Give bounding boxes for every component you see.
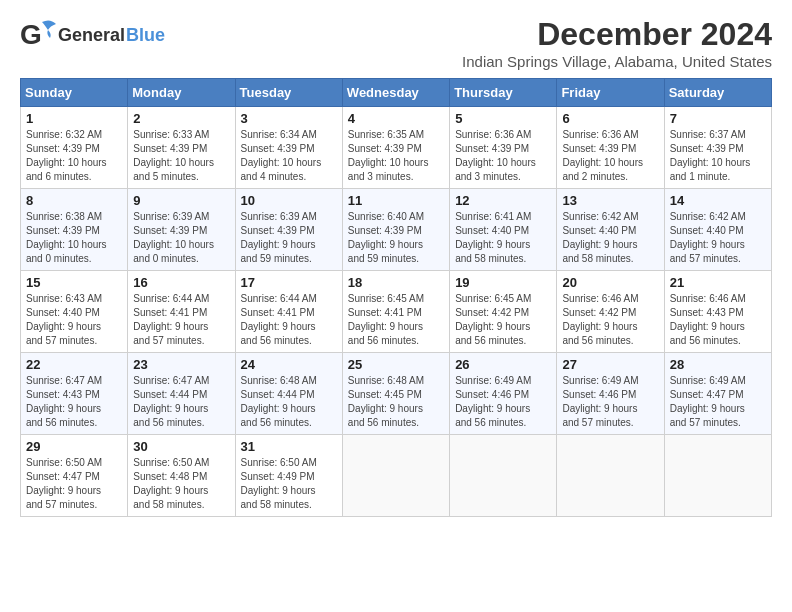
day-info: Sunrise: 6:42 AM Sunset: 4:40 PM Dayligh… <box>670 210 766 266</box>
day-number: 14 <box>670 193 766 208</box>
day-number: 9 <box>133 193 229 208</box>
day-number: 19 <box>455 275 551 290</box>
day-info: Sunrise: 6:49 AM Sunset: 4:47 PM Dayligh… <box>670 374 766 430</box>
calendar-cell <box>450 435 557 517</box>
calendar-cell: 16Sunrise: 6:44 AM Sunset: 4:41 PM Dayli… <box>128 271 235 353</box>
logo-text-blue: Blue <box>126 25 165 46</box>
day-number: 13 <box>562 193 658 208</box>
day-info: Sunrise: 6:43 AM Sunset: 4:40 PM Dayligh… <box>26 292 122 348</box>
day-info: Sunrise: 6:45 AM Sunset: 4:41 PM Dayligh… <box>348 292 444 348</box>
day-number: 3 <box>241 111 337 126</box>
day-number: 31 <box>241 439 337 454</box>
day-number: 21 <box>670 275 766 290</box>
day-number: 11 <box>348 193 444 208</box>
calendar-cell: 30Sunrise: 6:50 AM Sunset: 4:48 PM Dayli… <box>128 435 235 517</box>
day-info: Sunrise: 6:39 AM Sunset: 4:39 PM Dayligh… <box>241 210 337 266</box>
day-info: Sunrise: 6:39 AM Sunset: 4:39 PM Dayligh… <box>133 210 229 266</box>
day-number: 15 <box>26 275 122 290</box>
calendar-cell: 26Sunrise: 6:49 AM Sunset: 4:46 PM Dayli… <box>450 353 557 435</box>
week-row-5: 29Sunrise: 6:50 AM Sunset: 4:47 PM Dayli… <box>21 435 772 517</box>
page-title: December 2024 <box>462 16 772 53</box>
column-header-monday: Monday <box>128 79 235 107</box>
calendar-cell: 3Sunrise: 6:34 AM Sunset: 4:39 PM Daylig… <box>235 107 342 189</box>
calendar-cell <box>557 435 664 517</box>
week-row-4: 22Sunrise: 6:47 AM Sunset: 4:43 PM Dayli… <box>21 353 772 435</box>
calendar-cell: 13Sunrise: 6:42 AM Sunset: 4:40 PM Dayli… <box>557 189 664 271</box>
calendar-cell: 18Sunrise: 6:45 AM Sunset: 4:41 PM Dayli… <box>342 271 449 353</box>
calendar-cell: 11Sunrise: 6:40 AM Sunset: 4:39 PM Dayli… <box>342 189 449 271</box>
day-info: Sunrise: 6:47 AM Sunset: 4:44 PM Dayligh… <box>133 374 229 430</box>
calendar-table: SundayMondayTuesdayWednesdayThursdayFrid… <box>20 78 772 517</box>
calendar-cell: 7Sunrise: 6:37 AM Sunset: 4:39 PM Daylig… <box>664 107 771 189</box>
day-info: Sunrise: 6:50 AM Sunset: 4:47 PM Dayligh… <box>26 456 122 512</box>
day-info: Sunrise: 6:49 AM Sunset: 4:46 PM Dayligh… <box>562 374 658 430</box>
day-number: 1 <box>26 111 122 126</box>
day-info: Sunrise: 6:35 AM Sunset: 4:39 PM Dayligh… <box>348 128 444 184</box>
calendar-cell: 25Sunrise: 6:48 AM Sunset: 4:45 PM Dayli… <box>342 353 449 435</box>
day-info: Sunrise: 6:38 AM Sunset: 4:39 PM Dayligh… <box>26 210 122 266</box>
day-number: 28 <box>670 357 766 372</box>
calendar-cell: 15Sunrise: 6:43 AM Sunset: 4:40 PM Dayli… <box>21 271 128 353</box>
day-info: Sunrise: 6:33 AM Sunset: 4:39 PM Dayligh… <box>133 128 229 184</box>
column-header-thursday: Thursday <box>450 79 557 107</box>
week-row-2: 8Sunrise: 6:38 AM Sunset: 4:39 PM Daylig… <box>21 189 772 271</box>
day-number: 27 <box>562 357 658 372</box>
day-info: Sunrise: 6:47 AM Sunset: 4:43 PM Dayligh… <box>26 374 122 430</box>
day-number: 5 <box>455 111 551 126</box>
day-number: 30 <box>133 439 229 454</box>
day-info: Sunrise: 6:44 AM Sunset: 4:41 PM Dayligh… <box>133 292 229 348</box>
header: G General Blue December 2024 Indian Spri… <box>20 16 772 70</box>
calendar-cell: 2Sunrise: 6:33 AM Sunset: 4:39 PM Daylig… <box>128 107 235 189</box>
column-header-sunday: Sunday <box>21 79 128 107</box>
calendar-cell: 19Sunrise: 6:45 AM Sunset: 4:42 PM Dayli… <box>450 271 557 353</box>
calendar-cell: 17Sunrise: 6:44 AM Sunset: 4:41 PM Dayli… <box>235 271 342 353</box>
column-header-tuesday: Tuesday <box>235 79 342 107</box>
day-number: 25 <box>348 357 444 372</box>
day-info: Sunrise: 6:48 AM Sunset: 4:45 PM Dayligh… <box>348 374 444 430</box>
day-info: Sunrise: 6:42 AM Sunset: 4:40 PM Dayligh… <box>562 210 658 266</box>
calendar-cell: 28Sunrise: 6:49 AM Sunset: 4:47 PM Dayli… <box>664 353 771 435</box>
day-info: Sunrise: 6:41 AM Sunset: 4:40 PM Dayligh… <box>455 210 551 266</box>
day-number: 2 <box>133 111 229 126</box>
day-number: 10 <box>241 193 337 208</box>
calendar-cell: 10Sunrise: 6:39 AM Sunset: 4:39 PM Dayli… <box>235 189 342 271</box>
calendar-cell: 31Sunrise: 6:50 AM Sunset: 4:49 PM Dayli… <box>235 435 342 517</box>
page-subtitle: Indian Springs Village, Alabama, United … <box>462 53 772 70</box>
calendar-cell: 24Sunrise: 6:48 AM Sunset: 4:44 PM Dayli… <box>235 353 342 435</box>
calendar-cell: 20Sunrise: 6:46 AM Sunset: 4:42 PM Dayli… <box>557 271 664 353</box>
day-number: 18 <box>348 275 444 290</box>
day-number: 29 <box>26 439 122 454</box>
day-info: Sunrise: 6:36 AM Sunset: 4:39 PM Dayligh… <box>455 128 551 184</box>
calendar-cell: 4Sunrise: 6:35 AM Sunset: 4:39 PM Daylig… <box>342 107 449 189</box>
calendar-cell: 6Sunrise: 6:36 AM Sunset: 4:39 PM Daylig… <box>557 107 664 189</box>
calendar-cell: 29Sunrise: 6:50 AM Sunset: 4:47 PM Dayli… <box>21 435 128 517</box>
column-header-saturday: Saturday <box>664 79 771 107</box>
day-info: Sunrise: 6:40 AM Sunset: 4:39 PM Dayligh… <box>348 210 444 266</box>
day-info: Sunrise: 6:32 AM Sunset: 4:39 PM Dayligh… <box>26 128 122 184</box>
day-info: Sunrise: 6:45 AM Sunset: 4:42 PM Dayligh… <box>455 292 551 348</box>
day-info: Sunrise: 6:37 AM Sunset: 4:39 PM Dayligh… <box>670 128 766 184</box>
day-number: 7 <box>670 111 766 126</box>
logo-text-general: General <box>58 25 125 46</box>
day-info: Sunrise: 6:34 AM Sunset: 4:39 PM Dayligh… <box>241 128 337 184</box>
day-info: Sunrise: 6:49 AM Sunset: 4:46 PM Dayligh… <box>455 374 551 430</box>
day-info: Sunrise: 6:50 AM Sunset: 4:49 PM Dayligh… <box>241 456 337 512</box>
calendar-cell <box>342 435 449 517</box>
calendar-cell: 23Sunrise: 6:47 AM Sunset: 4:44 PM Dayli… <box>128 353 235 435</box>
calendar-cell: 27Sunrise: 6:49 AM Sunset: 4:46 PM Dayli… <box>557 353 664 435</box>
day-info: Sunrise: 6:46 AM Sunset: 4:42 PM Dayligh… <box>562 292 658 348</box>
day-number: 20 <box>562 275 658 290</box>
calendar-cell: 8Sunrise: 6:38 AM Sunset: 4:39 PM Daylig… <box>21 189 128 271</box>
calendar-cell: 22Sunrise: 6:47 AM Sunset: 4:43 PM Dayli… <box>21 353 128 435</box>
day-info: Sunrise: 6:50 AM Sunset: 4:48 PM Dayligh… <box>133 456 229 512</box>
day-info: Sunrise: 6:46 AM Sunset: 4:43 PM Dayligh… <box>670 292 766 348</box>
day-number: 26 <box>455 357 551 372</box>
day-number: 17 <box>241 275 337 290</box>
day-number: 4 <box>348 111 444 126</box>
calendar-cell: 12Sunrise: 6:41 AM Sunset: 4:40 PM Dayli… <box>450 189 557 271</box>
day-number: 16 <box>133 275 229 290</box>
title-section: December 2024 Indian Springs Village, Al… <box>462 16 772 70</box>
day-number: 12 <box>455 193 551 208</box>
calendar-header-row: SundayMondayTuesdayWednesdayThursdayFrid… <box>21 79 772 107</box>
column-header-friday: Friday <box>557 79 664 107</box>
